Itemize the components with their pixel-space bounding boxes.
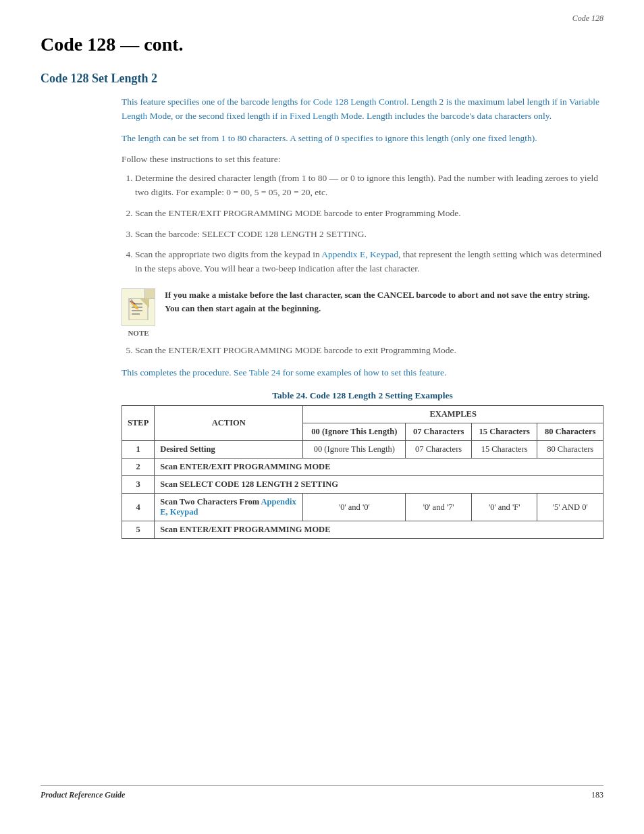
cell-step-1: 1 xyxy=(122,441,155,459)
steps-list: Determine the desired character length (… xyxy=(135,172,603,277)
cell-action-5: Scan ENTER/EXIT PROGRAMMING MODE xyxy=(155,521,603,539)
step-2: Scan the ENTER/EXIT PROGRAMMING MODE bar… xyxy=(135,207,603,221)
cell-action-4: Scan Two Characters From Appendix E, Key… xyxy=(155,494,303,521)
cell-1-ignore: 00 (Ignore This Length) xyxy=(303,441,406,459)
note-icon xyxy=(122,288,155,326)
table-row-5: 5 Scan ENTER/EXIT PROGRAMMING MODE xyxy=(122,521,603,539)
top-right-header: Code 128 xyxy=(572,14,603,24)
link-length-control[interactable]: Code 128 Length Control xyxy=(313,97,406,107)
section-title: Code 128 Set Length 2 xyxy=(41,72,603,86)
cell-step-4: 4 xyxy=(122,494,155,521)
cell-step-3: 3 xyxy=(122,476,155,494)
table-row-1: 1 Desired Setting 00 (Ignore This Length… xyxy=(122,441,603,459)
step-1: Determine the desired character length (… xyxy=(135,172,603,200)
cell-action-2: Scan ENTER/EXIT PROGRAMMING MODE xyxy=(155,459,603,476)
step-3: Scan the barcode: SELECT CODE 128 LENGTH… xyxy=(135,228,603,242)
cell-1-15: 15 Characters xyxy=(471,441,537,459)
header-action: ACTION xyxy=(155,406,303,441)
note-label: NOTE xyxy=(128,329,149,337)
cell-step-5: 5 xyxy=(122,521,155,539)
cell-1-80: 80 Characters xyxy=(537,441,603,459)
header-examples: EXAMPLES xyxy=(303,406,603,423)
table-row-4: 4 Scan Two Characters From Appendix E, K… xyxy=(122,494,603,521)
cell-1-07: 07 Characters xyxy=(406,441,472,459)
page: Code 128 Code 128 — cont. Code 128 Set L… xyxy=(0,0,644,834)
step-4: Scan the appropriate two digits from the… xyxy=(135,248,603,276)
link-appendix-e[interactable]: Appendix E, Keypad xyxy=(321,249,398,259)
note-text: If you make a mistake before the last ch… xyxy=(165,288,603,315)
cell-action-3: Scan SELECT CODE 128 LENGTH 2 SETTING xyxy=(155,476,603,494)
table-row-3: 3 Scan SELECT CODE 128 LENGTH 2 SETTING xyxy=(122,476,603,494)
completes-text: This completes the procedure. See Table … xyxy=(122,367,603,378)
col-header-ignore: 00 (Ignore This Length) xyxy=(303,423,406,441)
cell-4-80: '5' AND 0' xyxy=(537,494,603,521)
notepad-icon xyxy=(128,294,149,320)
link-appendix-e-table[interactable]: Appendix E, Keypad xyxy=(160,497,296,517)
footer-left: Product Reference Guide xyxy=(41,790,125,800)
content-block: This feature specifies one of the barcod… xyxy=(122,95,603,539)
cell-4-07: '0' and '7' xyxy=(406,494,472,521)
footer: Product Reference Guide 183 xyxy=(41,785,603,800)
table-title: Table 24. Code 128 Length 2 Setting Exam… xyxy=(122,390,603,401)
note-box: NOTE If you make a mistake before the la… xyxy=(122,288,603,337)
cell-4-15: '0' and 'F' xyxy=(471,494,537,521)
link-table-24[interactable]: Table 24 xyxy=(249,367,281,377)
col-header-07: 07 Characters xyxy=(406,423,472,441)
cell-action-1: Desired Setting xyxy=(155,441,303,459)
link-fixed-length[interactable]: Fixed Length xyxy=(290,111,338,121)
page-title: Code 128 — cont. xyxy=(41,34,603,55)
follow-instructions-text: Follow these instructions to set this fe… xyxy=(122,154,603,165)
col-header-15: 15 Characters xyxy=(471,423,537,441)
cell-4-ignore: '0' and '0' xyxy=(303,494,406,521)
table-row-2: 2 Scan ENTER/EXIT PROGRAMMING MODE xyxy=(122,459,603,476)
cell-step-2: 2 xyxy=(122,459,155,476)
paragraph-1: This feature specifies one of the barcod… xyxy=(122,95,603,124)
examples-table: STEP ACTION EXAMPLES 00 (Ignore This Len… xyxy=(122,405,603,539)
col-header-80: 80 Characters xyxy=(537,423,603,441)
footer-right: 183 xyxy=(591,790,603,800)
step-5: Scan the ENTER/EXIT PROGRAMMING MODE bar… xyxy=(135,344,603,358)
paragraph-2: The length can be set from 1 to 80 chara… xyxy=(122,132,603,146)
step-5-list: Scan the ENTER/EXIT PROGRAMMING MODE bar… xyxy=(135,344,603,358)
header-step: STEP xyxy=(122,406,155,441)
